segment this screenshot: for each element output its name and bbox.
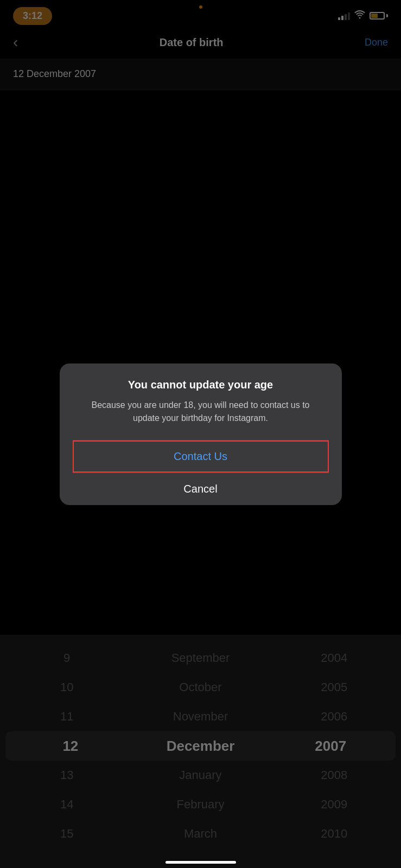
- modal-body: Because you are under 18, you will need …: [73, 399, 329, 425]
- contact-us-button[interactable]: Contact Us: [73, 441, 329, 473]
- modal-dialog: You cannot update your age Because you a…: [60, 363, 342, 505]
- modal-title: You cannot update your age: [128, 379, 273, 391]
- modal-overlay: You cannot update your age Because you a…: [0, 0, 401, 868]
- cancel-button[interactable]: Cancel: [73, 473, 329, 505]
- home-indicator: [166, 861, 236, 864]
